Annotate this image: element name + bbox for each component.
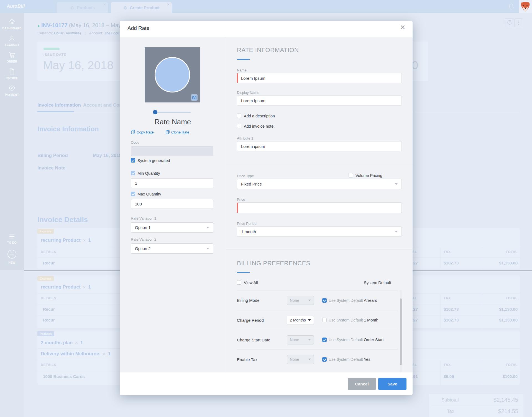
remove-icon[interactable]: ✕ xyxy=(102,352,107,356)
display-name-input[interactable] xyxy=(237,96,402,105)
card-badge: Express xyxy=(37,276,54,281)
copy-rate-link[interactable]: Copy Rate xyxy=(131,130,154,134)
remove-icon[interactable]: ✕ xyxy=(74,341,79,345)
close-tab-icon[interactable]: ✕ xyxy=(103,3,106,6)
attribute-1-input[interactable] xyxy=(237,141,402,151)
rate-name-caption: Rate Name xyxy=(120,118,226,126)
billing-scrollbar-thumb[interactable] xyxy=(400,298,402,365)
add-invoice-note-checkbox[interactable] xyxy=(237,124,241,128)
code-label: Code xyxy=(131,140,139,145)
chevron-down-icon xyxy=(308,359,311,360)
tax-value: $214.55 xyxy=(460,408,518,415)
subtotal-value: $2,145.45 xyxy=(460,397,518,403)
remove-icon[interactable]: ✕ xyxy=(82,238,87,243)
price-period-select[interactable]: 1 month xyxy=(237,226,402,237)
price-period-value: 1 month xyxy=(241,229,256,234)
user-avatar[interactable] xyxy=(519,0,532,13)
min-quantity-input[interactable] xyxy=(131,178,213,188)
sidebar-item-account[interactable]: ACCOUNT xyxy=(0,35,24,47)
line-item-total: $1,130.00 xyxy=(471,261,518,265)
remove-icon[interactable]: ✕ xyxy=(82,285,87,289)
price-input[interactable] xyxy=(237,202,402,213)
system-generated-checkbox[interactable] xyxy=(131,158,135,163)
clone-rate-link[interactable]: Clone Rate xyxy=(166,130,189,134)
tab-create-product[interactable]: Create Product ✕ xyxy=(111,2,172,13)
code-input[interactable] xyxy=(131,146,213,156)
use-system-default-checkbox[interactable] xyxy=(322,338,327,342)
charge-start-date-select[interactable]: None xyxy=(287,335,314,344)
min-quantity-checkbox[interactable] xyxy=(131,171,135,175)
tax-label: Tax xyxy=(447,409,454,414)
image-zoom-slider-thumb[interactable] xyxy=(153,110,157,114)
save-button[interactable]: Save xyxy=(378,378,406,390)
more-options-button[interactable] xyxy=(514,18,523,27)
billing-row-billing-mode: Billing Mode None Use System Default Arr… xyxy=(237,290,398,310)
copy-rate-label: Copy Rate xyxy=(137,130,154,134)
enable-tax-select[interactable]: None xyxy=(287,355,314,364)
cancel-button[interactable]: Cancel xyxy=(348,378,376,390)
camera-icon xyxy=(192,96,196,99)
tab-products[interactable]: Products ✕ xyxy=(57,2,108,13)
use-system-default-checkbox[interactable] xyxy=(322,298,327,303)
refresh-icon xyxy=(505,19,514,27)
rate-variation-2-select[interactable]: Option 2 xyxy=(131,243,213,254)
card-badge: Package xyxy=(37,331,54,336)
column-divider xyxy=(226,37,226,372)
image-zoom-slider-track[interactable] xyxy=(155,112,191,113)
row-label: Charge Start Date xyxy=(237,338,287,342)
add-description-label: Add a description xyxy=(244,114,275,118)
refresh-button[interactable] xyxy=(505,18,514,27)
add-description-checkbox[interactable] xyxy=(237,114,241,118)
rate-variation-1-select[interactable]: Option 1 xyxy=(131,222,213,233)
name-label: Name xyxy=(237,68,247,72)
sidebar-label: PAYMENT xyxy=(0,93,24,96)
sidebar-item-todo[interactable]: TO DO xyxy=(0,234,24,244)
section-divider xyxy=(226,249,413,249)
currency-label: Currency: xyxy=(37,31,53,35)
max-quantity-checkbox[interactable] xyxy=(131,192,135,196)
upload-photo-button[interactable] xyxy=(191,94,198,101)
billing-row-enable-tax: Enable Tax None Use System Default Yes xyxy=(237,349,398,369)
app-logo: AutoBill xyxy=(7,4,25,9)
status-pill xyxy=(44,48,60,50)
account-link[interactable]: The Locu xyxy=(104,31,119,35)
card-title-row: recurring Product ✕ 1 xyxy=(41,238,91,243)
price-type-select[interactable]: Fixed Price xyxy=(237,179,402,189)
notifications-bell-icon[interactable] xyxy=(508,3,515,10)
price-label: Price xyxy=(237,197,245,202)
layers-icon xyxy=(70,6,75,10)
line-item-name: 1000 Business Cards xyxy=(43,374,85,379)
sidebar-item-dashboard[interactable]: DASHBOARD xyxy=(0,18,24,30)
line-item-total: $100.00 xyxy=(471,374,518,379)
issue-date-value: May 16, 2018 xyxy=(43,59,114,72)
sidebar-item-new[interactable]: NEW xyxy=(0,249,24,264)
use-system-default-checkbox[interactable] xyxy=(322,318,327,322)
billing-scrollbar-track[interactable] xyxy=(400,290,402,372)
close-tab-icon[interactable]: ✕ xyxy=(167,3,170,6)
line-item-tax: $9.09 xyxy=(444,374,454,379)
view-all-checkbox[interactable] xyxy=(237,280,241,285)
card-qty: 1 xyxy=(88,238,91,243)
system-default-header: System Default xyxy=(364,280,391,285)
issue-date-label: ISSUE DATE xyxy=(44,53,66,57)
max-quantity-input[interactable] xyxy=(131,199,213,209)
volume-pricing-checkbox[interactable] xyxy=(349,173,353,177)
use-system-default-checkbox[interactable] xyxy=(322,357,327,362)
charge-period-select[interactable]: 2 Months xyxy=(287,316,314,325)
sidebar-item-order[interactable]: ORDER xyxy=(0,52,24,63)
fox-avatar-image xyxy=(519,0,532,13)
rate-information-heading: RATE INFORMATION xyxy=(237,47,299,54)
billing-mode-select[interactable]: None xyxy=(287,296,314,305)
currency-row: Currency: Dollar (Australia) | Account: … xyxy=(37,31,119,35)
use-system-default-label: Use System Default xyxy=(329,357,363,362)
page-tab-invoice-information[interactable]: Invoice Information xyxy=(37,102,81,108)
close-dialog-icon[interactable]: ✕ xyxy=(400,24,405,31)
line-item-tax: $102.73 xyxy=(444,318,459,322)
sidebar-item-invoice[interactable]: INVOICE xyxy=(0,68,24,80)
layers-icon xyxy=(123,6,127,10)
card-qty: 1 xyxy=(108,351,111,356)
sidebar-item-payment[interactable]: PAYMENT xyxy=(0,85,24,96)
chevron-down-icon xyxy=(308,319,311,321)
name-input[interactable] xyxy=(237,73,402,83)
line-item-name: Recur xyxy=(43,318,55,322)
